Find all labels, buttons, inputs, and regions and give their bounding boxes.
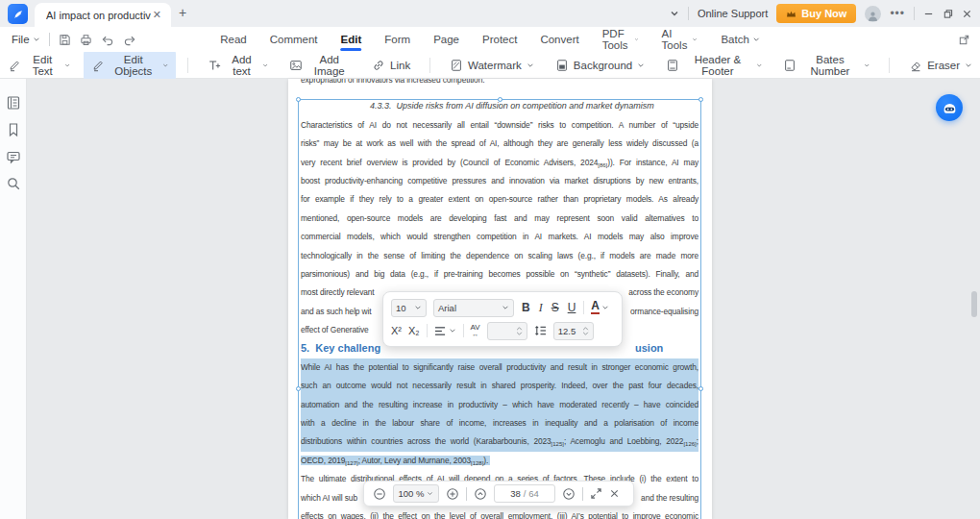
text-line[interactable]: OECD, 2019[127]; Autor, Levy and Murnane… xyxy=(301,452,698,470)
text-line[interactable]: automation and the resulting increase in… xyxy=(301,396,698,414)
menu-edit[interactable]: Edit xyxy=(341,27,362,52)
next-page-button[interactable] xyxy=(562,487,576,501)
undo-icon[interactable] xyxy=(101,34,114,46)
zoom-out-button[interactable] xyxy=(373,487,386,501)
toolbar-collapse-chevron-icon[interactable] xyxy=(670,9,679,18)
text-line[interactable]: effects on wages, (ii) the effect on the… xyxy=(301,507,698,519)
toolbar-item-edit-objects[interactable]: Edit Objects xyxy=(84,50,176,81)
toolbar-item-label: Background xyxy=(574,60,632,71)
user-avatar[interactable] xyxy=(865,6,881,22)
italic-button[interactable]: I xyxy=(538,301,544,315)
toolbar-item-link[interactable]: Link xyxy=(364,55,418,76)
menu-ai-tools[interactable]: AI Tools xyxy=(662,27,698,52)
new-tab-button[interactable]: + xyxy=(179,5,186,20)
comments-icon[interactable] xyxy=(6,149,21,164)
spinner-arrows-icon[interactable] xyxy=(516,327,523,335)
print-icon[interactable] xyxy=(80,34,92,46)
selection-handle[interactable] xyxy=(296,386,301,391)
fullscreen-button[interactable] xyxy=(590,487,602,500)
toolbar-item-header-footer[interactable]: Header & Footer xyxy=(658,50,770,81)
menu-form[interactable]: Form xyxy=(384,27,410,52)
bold-button[interactable]: B xyxy=(521,301,531,314)
page-number-input[interactable]: 38 / 64 xyxy=(494,484,555,503)
chevron-down-icon xyxy=(414,304,422,311)
text-line[interactable]: very recent brief overview is provided b… xyxy=(301,154,698,172)
selection-handle[interactable] xyxy=(698,97,703,102)
menu-read[interactable]: Read xyxy=(220,27,247,52)
ai-assistant-button[interactable] xyxy=(936,94,963,121)
font-color-button[interactable]: A xyxy=(591,301,609,314)
text-line[interactable]: risks” may be at work as well with the s… xyxy=(301,135,698,153)
menu-page[interactable]: Page xyxy=(433,27,459,52)
bookmarks-icon[interactable] xyxy=(6,122,21,137)
close-navbar-button[interactable] xyxy=(609,488,620,499)
text-line[interactable]: expropriation of innovators via increase… xyxy=(301,79,698,89)
text-line[interactable]: boost productivity-enhancing competitive… xyxy=(301,172,698,190)
menu-batch[interactable]: Batch xyxy=(721,27,759,52)
toolbar-item-eraser[interactable]: Eraser xyxy=(901,55,980,76)
minimize-button[interactable] xyxy=(923,9,934,19)
font-size-select[interactable]: 10 xyxy=(391,299,427,317)
superscript-button[interactable]: X² xyxy=(391,325,402,336)
text-line[interactable]: While AI has the potential to significan… xyxy=(301,358,698,377)
chevron-down-icon xyxy=(502,304,509,311)
more-options-icon[interactable]: ••• xyxy=(890,7,905,20)
text-line[interactable]: technologically in the sense of limiting… xyxy=(301,247,698,265)
menu-protect[interactable]: Protect xyxy=(482,27,517,52)
underline-button[interactable]: U xyxy=(567,301,577,314)
vertical-scrollbar-thumb[interactable] xyxy=(971,291,977,317)
menu-label: Batch xyxy=(721,34,748,45)
text-line[interactable]: Characteristics of AI do not necessarily… xyxy=(301,116,698,135)
selection-handle[interactable] xyxy=(698,386,703,391)
text-line[interactable]: mentioned, open-source models are develo… xyxy=(301,210,698,228)
pdf-page[interactable]: expropriation of innovators via increase… xyxy=(288,79,712,519)
app-logo-icon xyxy=(8,4,28,24)
tab-close-icon[interactable]: ✕ xyxy=(151,9,163,21)
text-line[interactable]: for example if they rely to a greater ex… xyxy=(301,190,698,209)
edit-toolbar: Edit TextEdit ObjectsAdd textAdd ImageLi… xyxy=(0,52,980,79)
menu-convert[interactable]: Convert xyxy=(540,27,578,52)
strikethrough-button[interactable]: S xyxy=(551,301,560,314)
text-line[interactable]: commercial models, which would strengthe… xyxy=(301,228,698,246)
menu-label: Page xyxy=(433,34,459,45)
search-icon[interactable] xyxy=(6,176,21,191)
zoom-level-select[interactable]: 100 % xyxy=(393,484,439,503)
text-fragment: across the economy xyxy=(628,284,698,302)
text-line[interactable]: distributions within countries across th… xyxy=(301,432,698,451)
online-support-link[interactable]: Online Support xyxy=(698,8,768,19)
menu-comment[interactable]: Comment xyxy=(270,27,318,52)
restore-button[interactable] xyxy=(943,9,953,19)
text-line[interactable]: parsimonious) and big data (e.g., if pre… xyxy=(301,265,698,284)
text-align-button[interactable] xyxy=(434,326,456,336)
selection-handle[interactable] xyxy=(296,97,301,102)
text-line[interactable]: such an outcome would not necessarily re… xyxy=(301,377,698,395)
close-button[interactable] xyxy=(962,9,972,19)
selection-handle[interactable] xyxy=(498,97,502,102)
toolbar-item-label: Watermark xyxy=(468,60,522,71)
document-tab[interactable]: AI impact on productivity * ✕ xyxy=(35,3,171,27)
subscript-button[interactable]: X₂ xyxy=(408,325,420,336)
spinner-arrows-icon[interactable] xyxy=(582,327,589,335)
text-line[interactable]: with a decline in the labour share of in… xyxy=(301,414,698,432)
toolbar-item-add-text[interactable]: Add text xyxy=(200,50,276,81)
file-menu[interactable]: File xyxy=(12,34,40,45)
buy-now-button[interactable]: Buy Now xyxy=(776,4,856,23)
toolbar-item-edit-text[interactable]: Edit Text xyxy=(0,50,78,81)
char-spacing-input[interactable] xyxy=(487,322,527,340)
toolbar-item-bates-number[interactable]: Bates Number xyxy=(775,50,877,81)
toolbar-item-background[interactable]: Background xyxy=(548,55,652,76)
line-spacing-input[interactable]: 12.5 xyxy=(553,322,594,340)
line-spacing-icon[interactable] xyxy=(534,325,547,336)
redo-icon[interactable] xyxy=(123,34,136,46)
toolbar-item-add-image[interactable]: Add Image xyxy=(282,50,358,81)
save-icon[interactable] xyxy=(59,34,71,46)
previous-page-button[interactable] xyxy=(474,487,487,501)
page-thumbnails-icon[interactable] xyxy=(6,95,21,111)
char-spacing-button[interactable]: AV ↔ xyxy=(471,324,480,337)
menu-pdf-tools[interactable]: PDF Tools xyxy=(602,27,639,52)
zoom-in-button[interactable] xyxy=(446,487,459,501)
open-external-icon[interactable] xyxy=(958,34,970,46)
font-family-select[interactable]: Arial xyxy=(433,299,514,317)
toolbar-item-watermark[interactable]: Watermark xyxy=(442,55,542,76)
watermark-icon xyxy=(450,59,463,72)
